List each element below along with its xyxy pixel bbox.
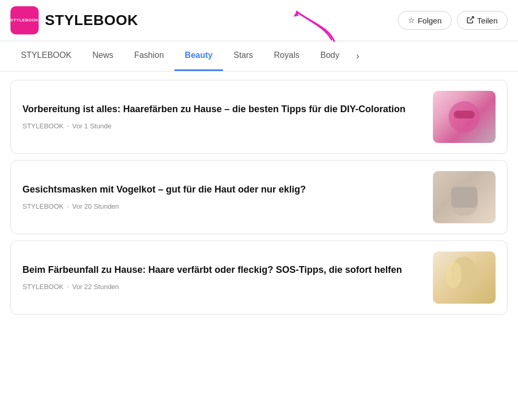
article-card[interactable]: Vorbereitung ist alles: Haarefärben zu H… — [10, 80, 508, 154]
logo-small-text: STYLEBOOK — [10, 18, 39, 23]
tab-news[interactable]: News — [82, 41, 124, 71]
meta-dot: · — [67, 282, 69, 292]
brand-name: STYLEBOOK — [45, 12, 138, 29]
header-actions: ☆ Folgen Teilen — [398, 11, 508, 30]
article-image — [433, 91, 496, 143]
article-title: Beim Färbeunfall zu Hause: Haare verfärb… — [22, 263, 425, 277]
follow-button[interactable]: ☆ Folgen — [398, 11, 452, 30]
meta-dot: · — [67, 122, 69, 131]
article-title: Gesichtsmasken mit Vogelkot – gut für di… — [22, 183, 425, 196]
nav-tabs: STYLEBOOK News Fashion Beauty Stars Roya… — [10, 41, 508, 71]
article-card[interactable]: Beim Färbeunfall zu Hause: Haare verfärb… — [10, 241, 508, 315]
nav-more-button[interactable]: › — [350, 41, 366, 71]
article-text: Vorbereitung ist alles: Haarefärben zu H… — [22, 103, 425, 130]
tab-royals[interactable]: Royals — [264, 41, 310, 71]
tab-fashion[interactable]: Fashion — [124, 41, 174, 71]
tab-beauty[interactable]: Beauty — [174, 41, 223, 71]
article-meta: STYLEBOOK · Vor 20 Stunden — [22, 202, 425, 211]
article-text: Beim Färbeunfall zu Hause: Haare verfärb… — [22, 263, 425, 291]
share-icon — [467, 16, 474, 25]
article-list: Vorbereitung ist alles: Haarefärben zu H… — [0, 71, 518, 323]
article-time: Vor 20 Stunden — [72, 202, 119, 210]
header: STYLEBOOK STYLEBOOK ☆ Folgen Teilen — [0, 0, 518, 41]
meta-dot: · — [67, 202, 69, 211]
article-image — [433, 251, 496, 304]
tab-body[interactable]: Body — [310, 41, 349, 71]
article-time: Vor 22 Stunden — [72, 283, 119, 291]
logo-container: STYLEBOOK STYLEBOOK — [10, 6, 398, 34]
article-source: STYLEBOOK — [22, 283, 64, 291]
article-meta: STYLEBOOK · Vor 22 Stunden — [22, 282, 425, 292]
article-card[interactable]: Gesichtsmasken mit Vogelkot – gut für di… — [10, 160, 508, 234]
share-button[interactable]: Teilen — [457, 11, 508, 30]
tab-stars[interactable]: Stars — [223, 41, 263, 71]
follow-label: Folgen — [418, 16, 442, 25]
article-text: Gesichtsmasken mit Vogelkot – gut für di… — [22, 183, 425, 211]
article-time: Vor 1 Stunde — [72, 122, 111, 130]
article-image — [433, 171, 496, 223]
share-label: Teilen — [477, 16, 498, 25]
article-meta: STYLEBOOK · Vor 1 Stunde — [22, 122, 425, 131]
tab-stylebook[interactable]: STYLEBOOK — [10, 41, 82, 71]
nav-container: STYLEBOOK News Fashion Beauty Stars Roya… — [0, 41, 518, 71]
article-source: STYLEBOOK — [22, 202, 64, 210]
star-icon: ☆ — [408, 16, 415, 25]
logo-box: STYLEBOOK — [10, 6, 39, 34]
article-source: STYLEBOOK — [22, 122, 64, 130]
article-title: Vorbereitung ist alles: Haarefärben zu H… — [22, 103, 425, 116]
